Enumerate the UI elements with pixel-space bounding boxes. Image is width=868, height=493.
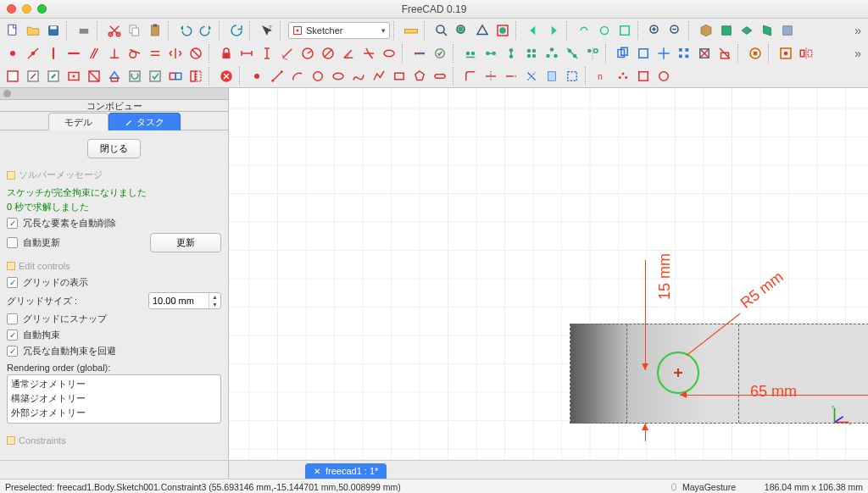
misc-tool-1-button[interactable] xyxy=(634,67,653,86)
constrain-distance-button[interactable] xyxy=(278,44,297,63)
auto-remove-redundant-checkbox[interactable] xyxy=(7,218,18,229)
snap-to-grid-checkbox[interactable] xyxy=(7,313,18,324)
panel-drag-handle[interactable] xyxy=(0,88,228,100)
validate-sketch-button[interactable] xyxy=(146,67,164,86)
copy-button[interactable] xyxy=(125,21,144,40)
show-grid-checkbox[interactable] xyxy=(7,277,18,288)
select-redundant-button[interactable] xyxy=(522,44,541,63)
view-sketch-button[interactable] xyxy=(64,67,83,86)
constrain-symmetric-button[interactable] xyxy=(166,44,185,63)
rectangular-array-button[interactable] xyxy=(675,44,693,63)
constrain-snells-law-button[interactable] xyxy=(359,44,378,63)
view-section-button[interactable] xyxy=(85,67,103,86)
refresh-button[interactable] xyxy=(227,21,246,40)
auto-constraints-checkbox[interactable] xyxy=(7,330,18,341)
create-fillet-button[interactable] xyxy=(461,67,480,86)
constrain-tangent-button[interactable] xyxy=(125,44,144,63)
axis-gizmo[interactable]: xz xyxy=(827,401,856,429)
list-item[interactable]: 外部ジオメトリー xyxy=(11,406,217,420)
select-horizontal-axis-button[interactable] xyxy=(502,44,520,63)
select-vertical-axis-button[interactable] xyxy=(481,44,500,63)
nav-forward-button[interactable] xyxy=(544,21,563,40)
whats-this-button[interactable]: ? xyxy=(258,21,276,40)
workbench-selector[interactable]: Sketcher ▾ xyxy=(288,22,390,39)
constrain-parallel-button[interactable] xyxy=(85,44,103,63)
symmetry-button[interactable] xyxy=(583,44,602,63)
grid-size-field[interactable] xyxy=(149,296,209,306)
constrain-horizontal-button[interactable] xyxy=(64,44,83,63)
merge-sketches-button[interactable] xyxy=(166,67,185,86)
new-sketch-button[interactable] xyxy=(3,67,22,86)
cut-button[interactable] xyxy=(105,21,124,40)
toggle-reference-constraint-button[interactable] xyxy=(410,44,429,63)
bounding-box-button[interactable] xyxy=(493,21,512,40)
tab-task[interactable]: タスク xyxy=(108,113,181,130)
front-view-button[interactable] xyxy=(717,21,736,40)
constrain-internal-alignment-button[interactable] xyxy=(380,44,398,63)
toolbar-overflow-icon[interactable]: » xyxy=(851,47,865,60)
create-slot-button[interactable] xyxy=(431,67,449,86)
bspline-degree-button[interactable]: n xyxy=(593,67,612,86)
reorient-sketch-button[interactable] xyxy=(125,67,144,86)
delete-all-geometry-button[interactable] xyxy=(695,44,714,63)
constrain-vertical-distance-button[interactable] xyxy=(258,44,276,63)
3d-view[interactable]: 15 mm R5 mm 65 mm xz xyxy=(229,88,868,460)
create-circle-button[interactable] xyxy=(309,67,327,86)
constrain-lock-button[interactable] xyxy=(217,44,236,63)
toggle-virtual-space-button[interactable] xyxy=(746,44,765,63)
avoid-redundant-checkbox[interactable] xyxy=(7,346,18,357)
constrain-perpendicular-button[interactable] xyxy=(105,44,124,63)
create-rectangle-button[interactable] xyxy=(390,67,409,86)
list-item[interactable]: 通常ジオメトリー xyxy=(11,377,217,391)
mirror-sketch-button[interactable] xyxy=(797,44,815,63)
link-select-final-button[interactable] xyxy=(615,21,634,40)
rendering-order-list[interactable]: 通常ジオメトリー 構築ジオメトリー 外部ジオメトリー xyxy=(7,374,221,424)
rear-view-button[interactable] xyxy=(778,21,797,40)
save-file-button[interactable] xyxy=(44,21,63,40)
new-file-button[interactable] xyxy=(3,21,22,40)
external-geometry-button[interactable] xyxy=(522,67,541,86)
circle-center-point[interactable] xyxy=(674,368,682,377)
measure-button[interactable] xyxy=(402,21,420,40)
carbon-copy-button[interactable] xyxy=(542,67,561,86)
delete-all-constraints-button[interactable] xyxy=(715,44,734,63)
fit-all-button[interactable] xyxy=(432,21,451,40)
fit-selection-button[interactable] xyxy=(453,21,471,40)
print-button[interactable] xyxy=(75,21,93,40)
trim-button[interactable] xyxy=(481,67,500,86)
link-select-button[interactable] xyxy=(575,21,593,40)
extend-button[interactable] xyxy=(502,67,520,86)
toolbar-overflow-icon[interactable]: » xyxy=(851,24,865,37)
document-tab[interactable]: ✕ freecad1 : 1* xyxy=(305,463,387,479)
constrain-vertical-button[interactable] xyxy=(44,44,63,63)
tab-model[interactable]: モデル xyxy=(48,113,108,130)
nav-back-button[interactable] xyxy=(524,21,542,40)
misc-tool-2-button[interactable] xyxy=(654,67,673,86)
list-item[interactable]: 構築ジオメトリー xyxy=(11,391,217,406)
undo-button[interactable] xyxy=(176,21,195,40)
show-hide-internal-geometry-button[interactable] xyxy=(563,44,581,63)
close-task-button[interactable]: 閉じる xyxy=(87,139,141,158)
right-view-button[interactable] xyxy=(758,21,776,40)
create-ellipse-button[interactable] xyxy=(329,67,348,86)
dim-vertical-value[interactable]: 15 mm xyxy=(656,253,674,300)
move-button[interactable] xyxy=(654,44,673,63)
map-sketch-button[interactable] xyxy=(105,67,124,86)
bspline-poles-button[interactable] xyxy=(614,67,632,86)
configure-button[interactable] xyxy=(776,44,795,63)
clone-button[interactable] xyxy=(614,44,632,63)
constrain-horizontal-distance-button[interactable] xyxy=(237,44,256,63)
select-conflicting-button[interactable] xyxy=(542,44,561,63)
leave-sketch-button[interactable] xyxy=(44,67,63,86)
toggle-construction-button[interactable] xyxy=(563,67,581,86)
create-arc-button[interactable] xyxy=(288,67,307,86)
create-polygon-button[interactable] xyxy=(410,67,429,86)
constrain-radius-button[interactable] xyxy=(298,44,317,63)
constrain-angle-button[interactable] xyxy=(339,44,358,63)
nav-style-label[interactable]: MayaGesture xyxy=(682,482,736,492)
iso-view-button[interactable] xyxy=(697,21,715,40)
copy-geom-button[interactable] xyxy=(634,44,653,63)
grid-size-step-down[interactable]: ▼ xyxy=(209,301,220,308)
mirror-sketch2-button[interactable] xyxy=(186,67,205,86)
edit-sketch-button[interactable] xyxy=(24,67,42,86)
